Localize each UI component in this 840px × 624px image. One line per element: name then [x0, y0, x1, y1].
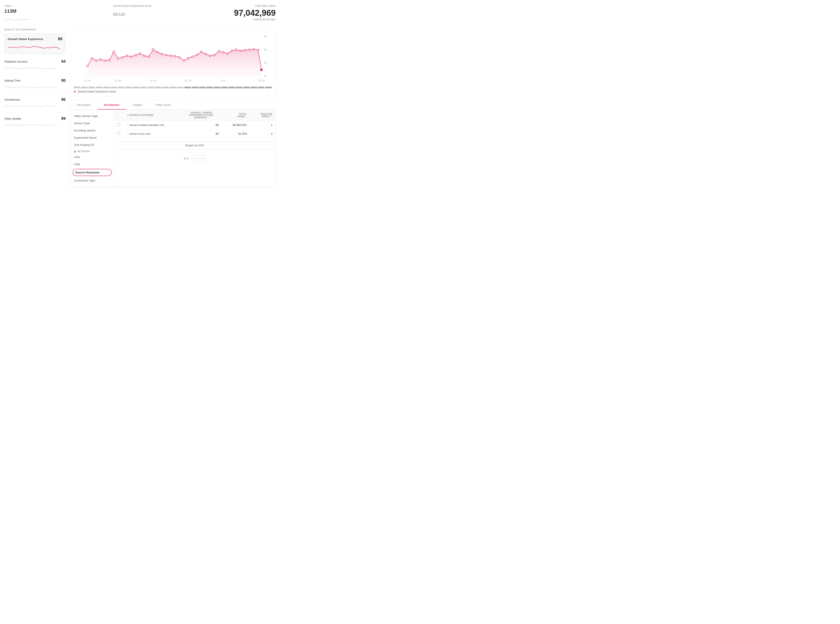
total-views-label: Total Video Views [234, 5, 276, 8]
metric-card-startup[interactable]: Startup Time 90 [5, 75, 66, 93]
svg-point-39 [196, 54, 198, 56]
tab-breakdown[interactable]: Breakdown [97, 100, 126, 110]
row1-selector[interactable] [117, 123, 125, 127]
svg-point-17 [100, 59, 102, 60]
tabs-table-container: Description Breakdown Insights Video Vie… [70, 100, 276, 187]
svg-point-47 [231, 50, 233, 52]
svg-point-25 [135, 54, 136, 56]
legend-label: Overall Viewer Experience Score [78, 90, 116, 93]
svg-point-48 [235, 49, 237, 51]
col-impact-header[interactable]: NEGATIVEIMPACT ↑ [249, 113, 273, 118]
svg-point-35 [179, 56, 180, 58]
svg-text:18 Jun: 18 Jun [114, 79, 122, 82]
total-views-value: 97,042,969 [234, 9, 276, 17]
tab-insights[interactable]: Insights [126, 100, 149, 110]
svg-point-19 [108, 59, 110, 61]
breakdown-item-encoding-variant[interactable]: Encoding Variant [70, 127, 114, 134]
main-chart: 90 89 88 87 12 Jun 18 Jun 24 Jun 30 Jun … [74, 32, 272, 85]
radio-icon[interactable] [117, 132, 120, 135]
row2-views: 91,978 [221, 132, 247, 135]
header-row: Views 113M Overall Viewer Experience Sco… [5, 5, 276, 24]
svg-text:30 Jun: 30 Jun [184, 79, 191, 82]
breakdown-item-asn[interactable]: ASN [70, 153, 114, 161]
breakdown-item-experiment-name[interactable]: Experiment Name [70, 134, 114, 141]
breakdown-left: Video Stream Type Source Type Encoding V… [70, 110, 114, 187]
svg-text:89: 89 [264, 48, 267, 51]
svg-point-20 [113, 51, 115, 53]
metric-sparkline-quality [5, 122, 57, 128]
table-header: ↕ ▾ SOURCE HOSTNAME OVERALL VIEWEREXPERI… [114, 110, 275, 121]
metric-row-smoothness: Smoothness 96 [5, 97, 66, 102]
row1-hostname: ▾ stream.media.example.com [127, 124, 182, 127]
svg-text:12 Jun: 12 Jun [84, 79, 91, 82]
pagination-prev-button[interactable]: ‹ [191, 155, 197, 161]
metric-score-quality: 99 [61, 116, 66, 121]
row2-filter-icon[interactable]: ▾ [127, 132, 129, 135]
svg-point-18 [104, 60, 106, 62]
svg-text:6 Jul: 6 Jul [221, 79, 225, 82]
row1-filter-icon[interactable]: ▾ [127, 124, 129, 127]
svg-point-43 [213, 54, 215, 56]
chart-area: 90 89 88 87 12 Jun 18 Jun 24 Jun 30 Jun … [70, 28, 276, 187]
svg-point-30 [157, 51, 158, 53]
breakdown-item-source-hostname[interactable]: Source Hostname [73, 169, 112, 176]
quality-label: QUALITY OF EXPERIENCE [5, 28, 66, 31]
svg-point-51 [249, 49, 250, 51]
sort-score-icon: ↕ [208, 116, 209, 119]
pagination-info: 1–2 [184, 157, 188, 160]
sidebar: QUALITY OF EXPERIENCE Overall Viewer Exp… [5, 28, 66, 187]
chart-scrollbar[interactable] [74, 86, 272, 88]
radio-icon[interactable] [117, 123, 120, 127]
breakdown-item-cdn[interactable]: CDN [70, 161, 114, 168]
overall-score-section: Overall Viewer Experience Score 89/100 [113, 5, 151, 17]
table-row: ▾ stream.media.example.com 89 96,950,931… [114, 121, 275, 130]
svg-point-37 [187, 57, 189, 59]
network-section-label: ▦ NETWORK [70, 148, 114, 153]
col-score-header[interactable]: OVERALL VIEWEREXPERIENCE SCORE(AVERAGE) … [184, 111, 219, 119]
breakdown-item-sub-property-id[interactable]: Sub Property ID [70, 141, 114, 148]
chart-svg-wrapper: 90 89 88 87 12 Jun 18 Jun 24 Jun 30 Jun … [74, 32, 272, 85]
breakdown-item-source-type[interactable]: Source Type [70, 120, 114, 127]
svg-point-53 [257, 49, 259, 51]
metric-name-overall: Overall Viewer Experience [8, 37, 43, 41]
col-sort-header[interactable]: ↕ [117, 114, 125, 116]
breakdown-item-video-stream-type[interactable]: Video Stream Type [70, 113, 114, 120]
export-csv-button[interactable]: Export as CSV [117, 141, 272, 149]
col-hostname-header[interactable]: ▾ SOURCE HOSTNAME [127, 114, 182, 116]
svg-point-24 [130, 56, 132, 57]
row2-selector[interactable] [117, 132, 125, 136]
row2-score: 94 [184, 132, 219, 135]
svg-point-15 [91, 57, 93, 59]
metric-card-quality[interactable]: Video Quality 99 [5, 113, 66, 131]
metric-name-playback: Playback Success [5, 60, 28, 63]
metric-sparkline-smoothness [5, 103, 57, 110]
table-row: ▾ stream.mux.com 94 91,978 2 [114, 130, 275, 138]
metric-row-startup: Startup Time 90 [5, 78, 66, 83]
pagination-next-button[interactable]: › [200, 155, 206, 161]
svg-point-41 [205, 53, 207, 55]
legend-dot [74, 91, 76, 93]
svg-point-21 [117, 57, 119, 59]
svg-text:12 Jul: 12 Jul [258, 79, 264, 82]
metric-score-overall: 89 [58, 37, 62, 41]
metric-card-playback[interactable]: Playback Success 94 [5, 56, 66, 74]
metric-card-smoothness[interactable]: Smoothness 96 [5, 94, 66, 113]
tab-video-views[interactable]: Video Views [149, 100, 178, 110]
metric-row-quality: Video Quality 99 [5, 116, 66, 121]
svg-point-33 [170, 55, 171, 57]
svg-text:88: 88 [264, 62, 267, 64]
breakdown-right: ↕ ▾ SOURCE HOSTNAME OVERALL VIEWEREXPERI… [114, 110, 275, 187]
metric-score-startup: 90 [61, 78, 66, 83]
tab-description[interactable]: Description [70, 100, 97, 110]
svg-point-45 [222, 51, 224, 53]
col-views-header[interactable]: TOTALVIEWS ↓ [221, 113, 247, 118]
chart-container: 90 89 88 87 12 Jun 18 Jun 24 Jun 30 Jun … [70, 28, 276, 97]
views-label: Views [5, 5, 31, 8]
svg-point-40 [201, 51, 202, 53]
main-layout: QUALITY OF EXPERIENCE Overall Viewer Exp… [5, 28, 276, 187]
metric-score-playback: 94 [61, 59, 66, 64]
chart-legend: Overall Viewer Experience Score [74, 90, 272, 93]
metric-card-overall[interactable]: Overall Viewer Experience 89 [5, 34, 66, 54]
breakdown-item-connection-type[interactable]: Connection Type [70, 177, 114, 184]
views-section: Views 113M [5, 5, 31, 22]
